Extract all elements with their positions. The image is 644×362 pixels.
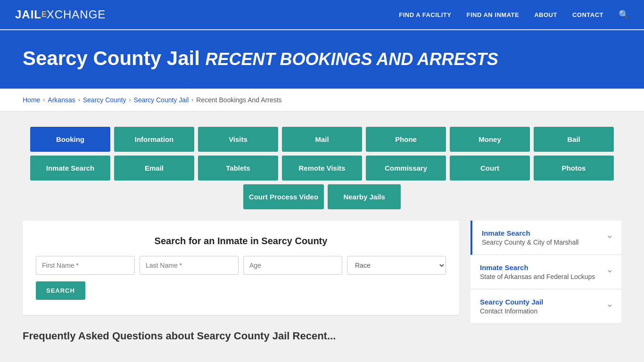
breadcrumb-jail[interactable]: Searcy County Jail: [134, 96, 189, 104]
btn-court[interactable]: Court: [450, 156, 530, 181]
age-input[interactable]: [243, 256, 342, 275]
page-title: Searcy County Jail RECENT BOOKINGS AND A…: [23, 47, 621, 70]
buttons-section: Booking Information Visits Mail Phone Mo…: [23, 127, 621, 209]
hero-section: Searcy County Jail RECENT BOOKINGS AND A…: [0, 30, 644, 89]
btn-mail[interactable]: Mail: [282, 127, 362, 152]
sidebar-item-3[interactable]: Searcy County Jail Contact Information ⌄: [471, 289, 621, 324]
sidebar-item-2-heading: Inmate Search: [480, 263, 595, 272]
btn-commissary[interactable]: Commissary: [366, 156, 446, 181]
search-button[interactable]: SEARCH: [36, 281, 85, 300]
main-panel: Search for an Inmate in Searcy County Ra…: [23, 221, 459, 342]
btn-inmate-search[interactable]: Inmate Search: [30, 156, 110, 181]
sidebar-item-3-heading: Searcy County Jail: [480, 298, 543, 306]
btn-money[interactable]: Money: [450, 127, 530, 152]
nav-about[interactable]: ABOUT: [534, 11, 557, 18]
hero-title-subtitle: RECENT BOOKINGS AND ARRESTS: [206, 49, 498, 69]
buttons-row-2: Inmate Search Email Tablets Remote Visit…: [23, 156, 621, 181]
last-name-input[interactable]: [140, 256, 239, 275]
buttons-row-3: Court Process Video Nearby Jails: [23, 184, 621, 209]
buttons-row-1: Booking Information Visits Mail Phone Mo…: [23, 127, 621, 152]
logo-exchange-text: XCHANGE: [47, 8, 106, 21]
btn-information[interactable]: Information: [114, 127, 194, 152]
breadcrumb-current: Recent Bookings And Arrests: [196, 96, 281, 104]
navbar-links: FIND A FACILITY FIND AN INMATE ABOUT CON…: [399, 9, 629, 20]
breadcrumb-home[interactable]: Home: [23, 96, 40, 104]
sidebar-item-3-sub: Contact Information: [480, 307, 543, 315]
search-fields: Race White Black Hispanic Asian Other: [36, 256, 446, 275]
breadcrumb-sep-2: ›: [78, 97, 80, 103]
btn-photos[interactable]: Photos: [534, 156, 614, 181]
breadcrumb-sep-1: ›: [43, 97, 45, 103]
btn-nearby-jails[interactable]: Nearby Jails: [328, 184, 401, 209]
race-select[interactable]: Race White Black Hispanic Asian Other: [347, 256, 446, 275]
btn-bail[interactable]: Bail: [534, 127, 614, 152]
logo[interactable]: JAILEXCHANGE: [15, 8, 106, 21]
hero-title-main: Searcy County Jail: [23, 47, 200, 69]
sidebar-item-1-heading: Inmate Search: [482, 229, 578, 237]
chevron-down-icon-3: ⌄: [606, 298, 614, 309]
faq-title: Frequently Asked Questions about Searcy …: [23, 326, 459, 342]
btn-remote-visits[interactable]: Remote Visits: [282, 156, 362, 181]
sidebar-item-3-text: Searcy County Jail Contact Information: [480, 298, 543, 315]
logo-jail-text: JAIL: [15, 8, 41, 21]
btn-booking[interactable]: Booking: [30, 127, 110, 152]
chevron-down-icon-1: ⌄: [606, 229, 614, 240]
first-name-input[interactable]: [36, 256, 135, 275]
breadcrumb-bar: Home › Arkansas › Searcy County › Searcy…: [0, 89, 644, 112]
main-content: Booking Information Visits Mail Phone Mo…: [0, 112, 644, 357]
btn-phone[interactable]: Phone: [366, 127, 446, 152]
logo-x-letter: E: [41, 10, 47, 19]
breadcrumb-searcy-county[interactable]: Searcy County: [83, 96, 126, 104]
search-box: Search for an Inmate in Searcy County Ra…: [23, 221, 459, 315]
btn-tablets[interactable]: Tablets: [198, 156, 278, 181]
content-area: Search for an Inmate in Searcy County Ra…: [23, 221, 621, 342]
chevron-down-icon-2: ⌄: [606, 263, 614, 275]
nav-find-inmate[interactable]: FIND AN INMATE: [466, 11, 519, 18]
navbar: JAILEXCHANGE FIND A FACILITY FIND AN INM…: [0, 0, 644, 30]
sidebar-item-2-text: Inmate Search State of Arkansas and Fede…: [480, 263, 595, 280]
sidebar-item-2[interactable]: Inmate Search State of Arkansas and Fede…: [471, 255, 621, 289]
search-box-title: Search for an Inmate in Searcy County: [36, 236, 446, 247]
btn-court-process-video[interactable]: Court Process Video: [243, 184, 324, 209]
nav-find-facility[interactable]: FIND A FACILITY: [399, 11, 451, 18]
sidebar-item-1-text: Inmate Search Searcy County & City of Ma…: [482, 229, 578, 246]
btn-visits[interactable]: Visits: [198, 127, 278, 152]
search-icon[interactable]: 🔍: [619, 9, 629, 20]
nav-contact[interactable]: CONTACT: [572, 11, 603, 18]
btn-email[interactable]: Email: [114, 156, 194, 181]
breadcrumb: Home › Arkansas › Searcy County › Searcy…: [23, 96, 621, 104]
sidebar-item-1-sub: Searcy County & City of Marshall: [482, 239, 578, 246]
sidebar-panel: Inmate Search Searcy County & City of Ma…: [471, 221, 621, 342]
breadcrumb-sep-4: ›: [191, 97, 193, 103]
sidebar-item-1[interactable]: Inmate Search Searcy County & City of Ma…: [471, 221, 621, 255]
breadcrumb-arkansas[interactable]: Arkansas: [48, 96, 75, 104]
breadcrumb-sep-3: ›: [129, 97, 131, 103]
sidebar-item-2-sub: State of Arkansas and Federal Lockups: [480, 273, 595, 280]
